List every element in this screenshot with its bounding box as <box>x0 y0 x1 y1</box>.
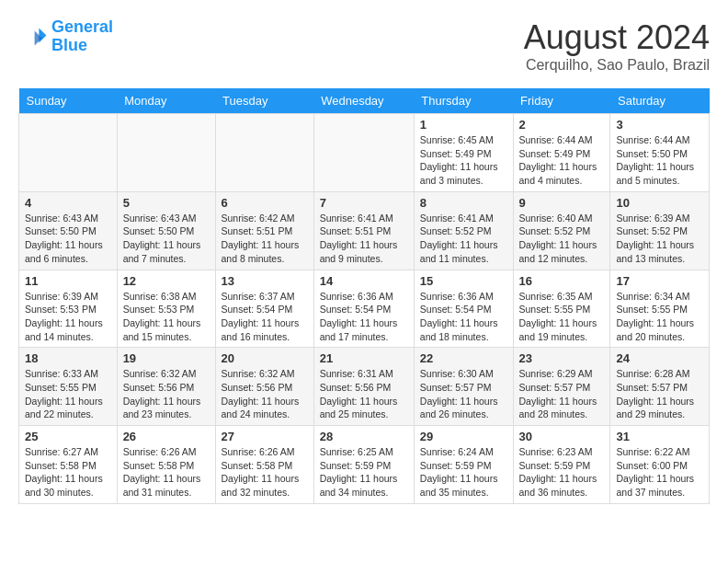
logo-line1: General <box>51 17 113 36</box>
cell-info: Sunrise: 6:31 AM Sunset: 5:56 PM Dayligh… <box>320 367 408 421</box>
logo-line2: Blue <box>51 36 87 54</box>
calendar-cell <box>215 114 313 192</box>
calendar-cell: 28Sunrise: 6:25 AM Sunset: 5:59 PM Dayli… <box>313 426 414 504</box>
cell-info: Sunrise: 6:37 AM Sunset: 5:54 PM Dayligh… <box>222 290 308 344</box>
header-row: SundayMondayTuesdayWednesdayThursdayFrid… <box>19 88 710 114</box>
date-number: 10 <box>616 196 703 210</box>
cell-info: Sunrise: 6:32 AM Sunset: 5:56 PM Dayligh… <box>123 367 210 421</box>
week-row-2: 4Sunrise: 6:43 AM Sunset: 5:50 PM Daylig… <box>19 191 710 270</box>
calendar-cell: 27Sunrise: 6:26 AM Sunset: 5:58 PM Dayli… <box>215 426 313 504</box>
date-number: 7 <box>320 196 408 210</box>
calendar-cell: 6Sunrise: 6:42 AM Sunset: 5:51 PM Daylig… <box>215 191 313 270</box>
cell-info: Sunrise: 6:27 AM Sunset: 5:58 PM Dayligh… <box>25 445 111 500</box>
cell-info: Sunrise: 6:26 AM Sunset: 5:58 PM Dayligh… <box>123 445 210 500</box>
date-number: 18 <box>25 351 111 365</box>
date-number: 25 <box>25 430 111 443</box>
calendar-cell: 14Sunrise: 6:36 AM Sunset: 5:54 PM Dayli… <box>313 270 414 348</box>
cell-info: Sunrise: 6:38 AM Sunset: 5:53 PM Dayligh… <box>123 290 210 344</box>
calendar-cell: 26Sunrise: 6:26 AM Sunset: 5:58 PM Dayli… <box>117 426 215 504</box>
cell-info: Sunrise: 6:24 AM Sunset: 5:59 PM Dayligh… <box>420 445 507 500</box>
cell-info: Sunrise: 6:29 AM Sunset: 5:57 PM Dayligh… <box>519 367 605 421</box>
date-number: 22 <box>420 351 507 365</box>
calendar-cell: 21Sunrise: 6:31 AM Sunset: 5:56 PM Dayli… <box>313 348 414 426</box>
calendar-cell: 17Sunrise: 6:34 AM Sunset: 5:55 PM Dayli… <box>610 270 710 348</box>
calendar-cell: 13Sunrise: 6:37 AM Sunset: 5:54 PM Dayli… <box>215 270 313 348</box>
cell-info: Sunrise: 6:42 AM Sunset: 5:51 PM Dayligh… <box>222 212 308 266</box>
cell-info: Sunrise: 6:34 AM Sunset: 5:55 PM Dayligh… <box>616 290 703 344</box>
calendar-cell <box>117 114 215 192</box>
cell-info: Sunrise: 6:26 AM Sunset: 5:58 PM Dayligh… <box>222 445 308 500</box>
date-number: 5 <box>123 196 210 210</box>
cell-info: Sunrise: 6:43 AM Sunset: 5:50 PM Dayligh… <box>123 212 210 266</box>
calendar-cell: 25Sunrise: 6:27 AM Sunset: 5:58 PM Dayli… <box>19 426 118 504</box>
logo-icon <box>18 22 48 52</box>
location: Cerquilho, Sao Paulo, Brazil <box>524 57 710 74</box>
date-number: 16 <box>519 274 605 288</box>
date-number: 19 <box>123 351 210 365</box>
calendar-cell: 31Sunrise: 6:22 AM Sunset: 6:00 PM Dayli… <box>610 426 710 504</box>
cell-info: Sunrise: 6:43 AM Sunset: 5:50 PM Dayligh… <box>25 212 111 266</box>
calendar-table: SundayMondayTuesdayWednesdayThursdayFrid… <box>18 88 710 504</box>
day-header-saturday: Saturday <box>610 88 710 114</box>
date-number: 1 <box>420 118 507 132</box>
calendar-cell: 8Sunrise: 6:41 AM Sunset: 5:52 PM Daylig… <box>414 191 513 270</box>
date-number: 20 <box>222 351 308 365</box>
calendar-cell: 1Sunrise: 6:45 AM Sunset: 5:49 PM Daylig… <box>414 114 513 192</box>
cell-info: Sunrise: 6:44 AM Sunset: 5:49 PM Dayligh… <box>519 133 605 188</box>
date-number: 29 <box>420 430 507 443</box>
cell-info: Sunrise: 6:36 AM Sunset: 5:54 PM Dayligh… <box>320 290 408 344</box>
cell-info: Sunrise: 6:44 AM Sunset: 5:50 PM Dayligh… <box>616 133 703 188</box>
calendar-cell: 2Sunrise: 6:44 AM Sunset: 5:49 PM Daylig… <box>513 114 610 192</box>
month-year: August 2024 <box>524 18 710 57</box>
cell-info: Sunrise: 6:28 AM Sunset: 5:57 PM Dayligh… <box>616 367 703 421</box>
date-number: 6 <box>222 196 308 210</box>
date-number: 11 <box>25 274 111 288</box>
date-number: 8 <box>420 196 507 210</box>
calendar-cell: 4Sunrise: 6:43 AM Sunset: 5:50 PM Daylig… <box>19 191 118 270</box>
calendar-cell: 24Sunrise: 6:28 AM Sunset: 5:57 PM Dayli… <box>610 348 710 426</box>
date-number: 30 <box>519 430 605 443</box>
date-number: 12 <box>123 274 210 288</box>
date-number: 27 <box>222 430 308 443</box>
cell-info: Sunrise: 6:35 AM Sunset: 5:55 PM Dayligh… <box>519 290 605 344</box>
svg-marker-0 <box>39 28 46 42</box>
date-number: 26 <box>123 430 210 443</box>
calendar-cell: 30Sunrise: 6:23 AM Sunset: 5:59 PM Dayli… <box>513 426 610 504</box>
week-row-1: 1Sunrise: 6:45 AM Sunset: 5:49 PM Daylig… <box>19 114 710 192</box>
day-header-thursday: Thursday <box>414 88 513 114</box>
cell-info: Sunrise: 6:45 AM Sunset: 5:49 PM Dayligh… <box>420 133 507 188</box>
calendar-cell: 3Sunrise: 6:44 AM Sunset: 5:50 PM Daylig… <box>610 114 710 192</box>
title-block: August 2024 Cerquilho, Sao Paulo, Brazil <box>524 18 710 74</box>
calendar-cell: 23Sunrise: 6:29 AM Sunset: 5:57 PM Dayli… <box>513 348 610 426</box>
day-header-sunday: Sunday <box>19 88 118 114</box>
date-number: 13 <box>222 274 308 288</box>
cell-info: Sunrise: 6:25 AM Sunset: 5:59 PM Dayligh… <box>320 445 408 500</box>
calendar-cell: 12Sunrise: 6:38 AM Sunset: 5:53 PM Dayli… <box>117 270 215 348</box>
date-number: 17 <box>616 274 703 288</box>
cell-info: Sunrise: 6:22 AM Sunset: 6:00 PM Dayligh… <box>616 445 703 500</box>
day-header-friday: Friday <box>513 88 610 114</box>
cell-info: Sunrise: 6:40 AM Sunset: 5:52 PM Dayligh… <box>519 212 605 266</box>
date-number: 28 <box>320 430 408 443</box>
cell-info: Sunrise: 6:39 AM Sunset: 5:52 PM Dayligh… <box>616 212 703 266</box>
cell-info: Sunrise: 6:32 AM Sunset: 5:56 PM Dayligh… <box>222 367 308 421</box>
week-row-4: 18Sunrise: 6:33 AM Sunset: 5:55 PM Dayli… <box>19 348 710 426</box>
date-number: 15 <box>420 274 507 288</box>
date-number: 31 <box>616 430 703 443</box>
date-number: 23 <box>519 351 605 365</box>
calendar-cell: 22Sunrise: 6:30 AM Sunset: 5:57 PM Dayli… <box>414 348 513 426</box>
week-row-3: 11Sunrise: 6:39 AM Sunset: 5:53 PM Dayli… <box>19 270 710 348</box>
day-header-tuesday: Tuesday <box>215 88 313 114</box>
calendar-cell: 5Sunrise: 6:43 AM Sunset: 5:50 PM Daylig… <box>117 191 215 270</box>
calendar-cell: 29Sunrise: 6:24 AM Sunset: 5:59 PM Dayli… <box>414 426 513 504</box>
cell-info: Sunrise: 6:36 AM Sunset: 5:54 PM Dayligh… <box>420 290 507 344</box>
date-number: 9 <box>519 196 605 210</box>
calendar-cell: 10Sunrise: 6:39 AM Sunset: 5:52 PM Dayli… <box>610 191 710 270</box>
logo: General Blue <box>18 18 113 55</box>
logo-text: General Blue <box>51 18 113 55</box>
calendar-cell: 20Sunrise: 6:32 AM Sunset: 5:56 PM Dayli… <box>215 348 313 426</box>
week-row-5: 25Sunrise: 6:27 AM Sunset: 5:58 PM Dayli… <box>19 426 710 504</box>
cell-info: Sunrise: 6:41 AM Sunset: 5:52 PM Dayligh… <box>420 212 507 266</box>
page-header: General Blue August 2024 Cerquilho, Sao … <box>18 18 710 74</box>
calendar-cell: 19Sunrise: 6:32 AM Sunset: 5:56 PM Dayli… <box>117 348 215 426</box>
